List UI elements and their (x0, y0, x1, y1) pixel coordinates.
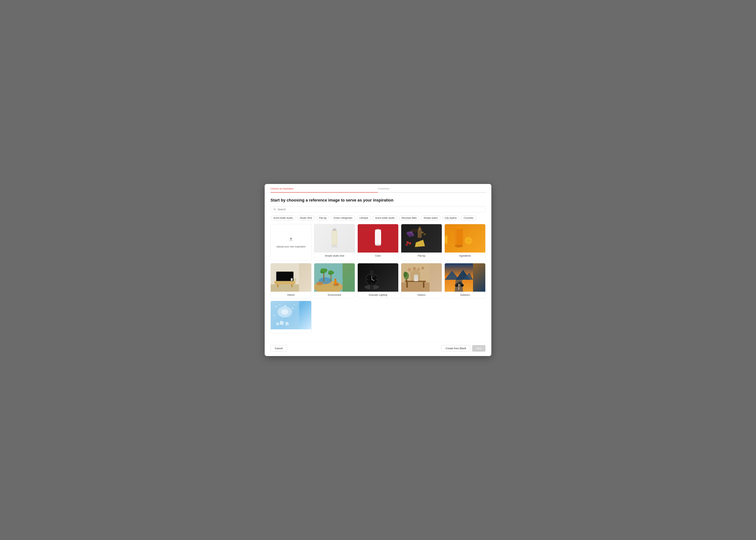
white-can-svg (374, 228, 382, 248)
svg-point-27 (410, 229, 418, 232)
svg-rect-6 (332, 231, 337, 244)
indoors-label: Indoors (401, 292, 442, 298)
step-choose-inspiration: Choose an inspiration (270, 187, 378, 193)
svg-point-87 (413, 267, 416, 270)
svg-point-107 (279, 304, 280, 305)
svg-rect-41 (277, 284, 278, 287)
tag-9[interactable]: Cosmetic (461, 215, 476, 220)
svg-rect-96 (459, 287, 459, 290)
footer-right: Create from Blank Next (441, 345, 486, 352)
footer: Cancel Create from Blank Next (265, 342, 491, 356)
svg-rect-31 (455, 230, 456, 244)
svg-point-80 (414, 274, 418, 276)
cancel-button[interactable]: Cancel (270, 345, 287, 352)
content-area: Start by choosing a reference image to s… (265, 193, 491, 342)
svg-point-17 (411, 233, 414, 236)
svg-rect-38 (271, 283, 299, 292)
grid-item-interior[interactable]: Interior (270, 263, 311, 298)
svg-rect-81 (415, 276, 417, 277)
svg-point-106 (275, 306, 277, 307)
next-button[interactable]: Next (472, 345, 486, 352)
svg-point-110 (273, 315, 275, 316)
step-choose-label: Choose an inspiration (270, 187, 293, 190)
svg-point-29 (455, 226, 463, 229)
svg-rect-18 (418, 229, 422, 238)
grid-item-color[interactable]: Color (358, 224, 398, 261)
grid-item-flatlay[interactable]: Flat lay (401, 224, 442, 261)
svg-rect-77 (406, 282, 408, 288)
svg-point-84 (403, 272, 407, 277)
create-from-blank-button[interactable]: Create from Blank (441, 345, 470, 352)
inspiration-grid-3 (270, 301, 486, 333)
svg-point-109 (294, 304, 295, 305)
icy-label (271, 329, 311, 333)
svg-rect-65 (372, 283, 372, 284)
interior-label: Interior (271, 292, 311, 298)
tag-3[interactable]: Green refrigerator (331, 215, 355, 220)
tag-6[interactable]: Mountain Bike (399, 215, 419, 220)
ingredients-label: Ingredients (445, 252, 485, 259)
svg-rect-4 (332, 230, 337, 230)
svg-rect-78 (423, 282, 424, 288)
svg-rect-82 (415, 277, 417, 277)
svg-point-86 (408, 268, 411, 272)
svg-rect-112 (285, 322, 289, 326)
search-input[interactable] (278, 208, 483, 211)
svg-rect-72 (370, 285, 374, 290)
svg-point-56 (316, 282, 323, 285)
tag-5[interactable]: Scent bottle studio (372, 215, 397, 220)
interior-svg (271, 263, 299, 292)
inspiration-grid-2: Interior (270, 263, 486, 298)
ingredients-svg (445, 224, 473, 252)
page-title: Start by choosing a reference image to s… (270, 198, 486, 202)
tag-1[interactable]: Studio Shot (297, 215, 315, 220)
grid-item-ingredients[interactable]: Ingredients (445, 224, 486, 261)
outdoors-svg (445, 263, 473, 292)
svg-marker-21 (415, 240, 425, 247)
tags-container: Scent bottle studioStudio ShotFlat layGr… (270, 215, 486, 220)
upload-card[interactable]: Upload your own inspiration (270, 224, 311, 261)
svg-point-20 (419, 226, 421, 228)
outdoors-label: Outdoors (445, 292, 485, 298)
tag-8[interactable]: City skyline (442, 215, 460, 220)
grid-item-icy[interactable] (270, 301, 311, 333)
svg-point-46 (293, 278, 296, 281)
svg-point-24 (406, 244, 408, 246)
step-customize-label: Customize (378, 187, 389, 190)
icy-image (271, 301, 311, 329)
svg-point-25 (421, 231, 424, 233)
svg-point-70 (372, 279, 372, 280)
progress-line-active (270, 192, 378, 193)
upload-icon (288, 236, 294, 243)
svg-rect-40 (274, 281, 295, 284)
svg-point-30 (455, 245, 463, 247)
simple-studio-image (314, 224, 355, 252)
grid-item-environment[interactable]: Environment (314, 263, 355, 298)
dramatic-svg (358, 263, 386, 292)
grid-item-indoors[interactable]: Indoors (401, 263, 442, 298)
svg-rect-111 (279, 321, 284, 325)
tag-7[interactable]: Simple watch (421, 215, 440, 220)
upload-label: Upload your own inspiration (276, 245, 306, 248)
environment-svg (314, 263, 343, 292)
simple-studio-label: Simple studio shot (314, 252, 355, 259)
grid-item-dramatic[interactable]: Dramatic Lighting (358, 263, 398, 298)
grid-item-outdoors[interactable]: Outdoors (445, 263, 486, 298)
svg-rect-101 (456, 284, 457, 285)
search-bar[interactable] (270, 206, 486, 212)
dramatic-label: Dramatic Lighting (358, 292, 398, 298)
tag-4[interactable]: Lifestyle (357, 215, 371, 220)
svg-point-88 (417, 268, 420, 271)
flatlay-image (401, 224, 442, 252)
progress-line-inactive (378, 192, 486, 193)
svg-rect-45 (291, 278, 293, 281)
svg-rect-71 (370, 270, 374, 276)
grid-item-simple-studio[interactable]: Simple studio shot (314, 224, 355, 261)
tag-0[interactable]: Scent bottle studio (270, 215, 295, 220)
progress-bar: Choose an inspiration Customize (265, 184, 491, 193)
color-image (358, 224, 398, 252)
tag-2[interactable]: Flat lay (316, 215, 329, 220)
perfume-bottle-svg (329, 228, 340, 248)
flatlay-svg (401, 224, 430, 252)
svg-point-23 (409, 242, 411, 245)
